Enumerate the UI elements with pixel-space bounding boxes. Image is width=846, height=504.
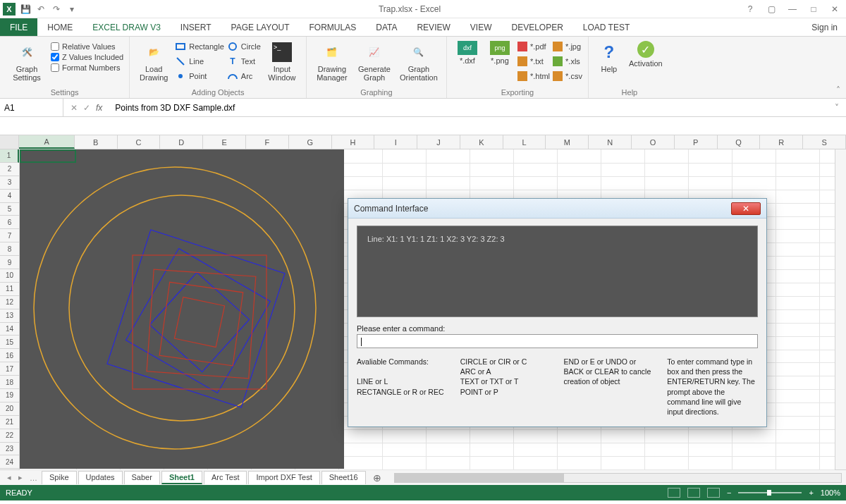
- rectangle-button[interactable]: Rectangle: [175, 39, 224, 54]
- row-header-20[interactable]: 20: [0, 402, 19, 416]
- export-xls-button[interactable]: *.xls: [553, 54, 582, 68]
- col-header-D[interactable]: D: [160, 135, 203, 149]
- vertical-scrollbar[interactable]: [835, 149, 846, 469]
- enter-icon[interactable]: ✓: [83, 103, 90, 113]
- row-header-15[interactable]: 15: [0, 336, 19, 349]
- row-header-1[interactable]: 1: [0, 149, 19, 163]
- maximize-icon[interactable]: □: [805, 4, 822, 14]
- col-header-M[interactable]: M: [546, 135, 589, 149]
- row-header-7[interactable]: 7: [0, 229, 19, 242]
- row-header-6[interactable]: 6: [0, 216, 19, 229]
- col-header-F[interactable]: F: [246, 135, 289, 149]
- row-header-23[interactable]: 23: [0, 443, 19, 456]
- tab-file[interactable]: FILE: [0, 18, 37, 36]
- row-header-17[interactable]: 17: [0, 362, 19, 376]
- tab-developer[interactable]: DEVELOPER: [501, 18, 572, 36]
- col-header-K[interactable]: K: [460, 135, 503, 149]
- graph-orientation-button[interactable]: 🔍 Graph Orientation: [397, 39, 441, 83]
- col-header-A[interactable]: A: [19, 135, 74, 149]
- row-header-11[interactable]: 11: [0, 283, 19, 296]
- tab-page-layout[interactable]: PAGE LAYOUT: [221, 18, 300, 36]
- tab-excel-draw-v3[interactable]: EXCEL DRAW v3: [82, 18, 170, 36]
- row-header-8[interactable]: 8: [0, 242, 19, 256]
- sheet-tab-import-dxf-test[interactable]: Import DXF Test: [248, 471, 319, 484]
- sheet-tab-sheet1[interactable]: Sheet1: [161, 471, 202, 484]
- sheet-tab-sheet16[interactable]: Sheet16: [321, 471, 366, 484]
- export-jpg-button[interactable]: *.jpg: [553, 39, 582, 54]
- col-header-I[interactable]: I: [374, 135, 417, 149]
- row-header-22[interactable]: 22: [0, 429, 19, 443]
- close-icon[interactable]: ✕: [826, 4, 843, 14]
- input-window-button[interactable]: >_ Input Window: [264, 39, 300, 83]
- relative-values-checkbox[interactable]: Relative Values: [51, 42, 123, 51]
- sheet-tab-updates[interactable]: Updates: [78, 471, 123, 484]
- row-header-13[interactable]: 13: [0, 309, 19, 323]
- collapse-ribbon-icon[interactable]: ˄: [830, 82, 846, 98]
- col-header-Q[interactable]: Q: [718, 135, 761, 149]
- sheet-tab-saber[interactable]: Saber: [124, 471, 160, 484]
- horizontal-scrollbar[interactable]: [394, 473, 842, 483]
- zoom-level[interactable]: 100%: [821, 488, 840, 497]
- col-header-L[interactable]: L: [503, 135, 546, 149]
- qat-dropdown-icon[interactable]: ▾: [66, 4, 78, 15]
- help-button[interactable]: ? Help: [594, 39, 624, 75]
- col-header-G[interactable]: G: [289, 135, 332, 149]
- row-header-3[interactable]: 3: [0, 176, 19, 190]
- col-header-H[interactable]: H: [332, 135, 375, 149]
- row-header-5[interactable]: 5: [0, 203, 19, 216]
- circle-button[interactable]: Circle: [227, 39, 261, 54]
- save-icon[interactable]: 💾: [20, 4, 31, 15]
- row-header-24[interactable]: 24: [0, 455, 19, 469]
- page-layout-view-button[interactable]: [687, 488, 700, 498]
- col-header-E[interactable]: E: [203, 135, 246, 149]
- tab-formulas[interactable]: FORMULAS: [300, 18, 367, 36]
- sign-in-link[interactable]: Sign in: [803, 18, 846, 36]
- dialog-close-button[interactable]: ✕: [731, 202, 761, 215]
- cancel-icon[interactable]: ✕: [70, 103, 78, 113]
- export-pdf-button[interactable]: *.pdf: [517, 39, 550, 54]
- formula-expand-icon[interactable]: ˅: [828, 103, 846, 113]
- col-header-P[interactable]: P: [675, 135, 718, 149]
- tab-view[interactable]: VIEW: [460, 18, 502, 36]
- row-header-4[interactable]: 4: [0, 190, 19, 203]
- col-header-R[interactable]: R: [760, 135, 803, 149]
- row-header-2[interactable]: 2: [0, 163, 19, 176]
- graph-settings-button[interactable]: 🛠️ Graph Settings: [6, 39, 48, 83]
- embedded-drawing[interactable]: [20, 149, 344, 469]
- undo-icon[interactable]: ↶: [35, 4, 47, 15]
- formula-input[interactable]: [109, 99, 828, 116]
- row-header-21[interactable]: 21: [0, 416, 19, 429]
- drawing-manager-button[interactable]: 🗂️ Drawing Manager: [312, 39, 352, 83]
- export-png-button[interactable]: png *.png: [485, 39, 515, 66]
- name-box[interactable]: [0, 99, 63, 116]
- row-header-19[interactable]: 19: [0, 389, 19, 402]
- col-header-O[interactable]: O: [632, 135, 675, 149]
- new-sheet-button[interactable]: ⊕: [367, 472, 387, 484]
- col-header-C[interactable]: C: [118, 135, 161, 149]
- row-header-18[interactable]: 18: [0, 376, 19, 389]
- arc-button[interactable]: Arc: [227, 69, 261, 83]
- zoom-out-button[interactable]: −: [727, 488, 731, 497]
- row-header-12[interactable]: 12: [0, 296, 19, 309]
- tab-insert[interactable]: INSERT: [171, 18, 221, 36]
- point-button[interactable]: Point: [175, 69, 224, 83]
- tab-review[interactable]: REVIEW: [407, 18, 460, 36]
- generate-graph-button[interactable]: 📈 Generate Graph: [355, 39, 394, 83]
- dialog-titlebar[interactable]: Command Interface ✕: [348, 199, 766, 219]
- help-icon[interactable]: ?: [742, 4, 759, 14]
- col-header-N[interactable]: N: [589, 135, 632, 149]
- col-header-J[interactable]: J: [417, 135, 460, 149]
- sheet-tab-arc-test[interactable]: Arc Test: [204, 471, 247, 484]
- row-header-9[interactable]: 9: [0, 256, 19, 269]
- sheet-tab-spike[interactable]: Spike: [42, 471, 77, 484]
- sheet-nav-prev-icon[interactable]: ◂: [4, 473, 14, 482]
- export-html-button[interactable]: *.html: [517, 69, 550, 83]
- tab-home[interactable]: HOME: [37, 18, 82, 36]
- export-txt-button[interactable]: *.txt: [517, 54, 550, 68]
- row-header-14[interactable]: 14: [0, 323, 19, 336]
- line-button[interactable]: Line: [175, 54, 224, 68]
- z-values-checkbox[interactable]: Z Values Included: [51, 53, 123, 61]
- col-header-B[interactable]: B: [75, 135, 118, 149]
- activation-button[interactable]: ✓ Activation: [627, 39, 665, 69]
- tab-load-test[interactable]: LOAD TEST: [573, 18, 639, 36]
